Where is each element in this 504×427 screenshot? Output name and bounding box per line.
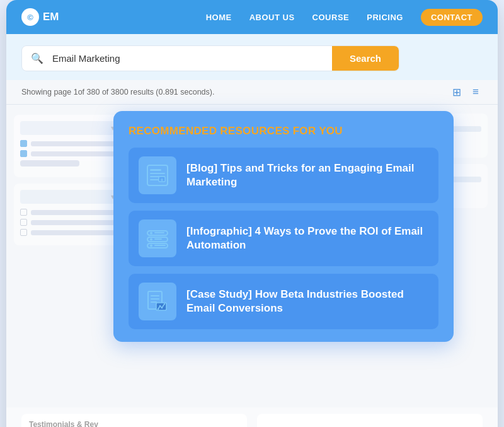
search-input[interactable] <box>50 47 332 70</box>
nav-about[interactable]: ABOUT US <box>249 13 295 22</box>
blog-label: [Blog] Tips and Tricks for an Engaging E… <box>186 161 428 189</box>
blog-icon <box>139 156 176 194</box>
logo-icon: © <box>21 8 39 26</box>
nav-course[interactable]: COURSE <box>312 13 350 22</box>
svg-point-23 <box>159 305 161 307</box>
logo-text: EM <box>43 11 59 23</box>
svg-rect-18 <box>151 295 159 296</box>
filter-line-1 <box>31 141 118 146</box>
filter-box-1: ▾ <box>14 115 125 177</box>
resource-item-infographic[interactable]: [Infographic] 4 Ways to Prove the ROI of… <box>129 211 438 266</box>
filter-check-1 <box>20 140 27 147</box>
grid-view-icon[interactable]: ⊞ <box>450 85 464 99</box>
bottom-section: Testimonials & Rev ★★★★★ Joseph Lee Fant… <box>6 407 498 427</box>
svg-rect-2 <box>150 173 165 174</box>
filter-check-5 <box>20 229 27 236</box>
search-button[interactable]: Search <box>332 46 399 71</box>
casestudy-icon <box>139 283 176 320</box>
svg-rect-16 <box>154 245 166 246</box>
nav-pricing[interactable]: PRICING <box>367 13 403 22</box>
social-card: This is a great email marketing tool! ♥ … <box>257 414 483 427</box>
results-bar: Showing page 1of 380 of 3800 results (0.… <box>6 80 498 105</box>
svg-point-24 <box>161 307 163 308</box>
filter-row-1 <box>20 160 79 167</box>
view-toggle: ⊞ ≡ <box>450 85 483 99</box>
results-text: Showing page 1of 380 of 3800 results (0.… <box>21 88 214 97</box>
svg-rect-0 <box>147 165 168 185</box>
filter-check-4 <box>20 219 27 226</box>
filter-line-5 <box>31 230 118 235</box>
resource-item-blog[interactable]: [Blog] Tips and Tricks for an Engaging E… <box>129 148 438 203</box>
svg-rect-19 <box>151 298 159 300</box>
infographic-icon <box>139 219 176 257</box>
overlay-title: RECOMMENDED RESOURCES FOR YOU <box>129 125 438 137</box>
filter-line-3 <box>31 210 118 215</box>
browser-frame: © EM HOME ABOUT US COURSE PRICING CONTAC… <box>6 0 498 427</box>
svg-point-15 <box>150 245 152 247</box>
filter-dropdown-1: ▾ <box>20 121 118 135</box>
svg-point-12 <box>150 238 152 241</box>
search-bar: 🔍 Search <box>21 45 399 71</box>
search-icon: 🔍 <box>22 52 50 64</box>
filter-line-2 <box>31 151 118 156</box>
filter-check-2 <box>20 150 27 157</box>
nav-contact-button[interactable]: CONTACT <box>421 9 483 26</box>
logo: © EM <box>21 8 59 26</box>
resource-item-casestudy[interactable]: [Case Study] How Beta Industries Boosted… <box>129 274 438 329</box>
infographic-label: [Infographic] 4 Ways to Prove the ROI of… <box>186 225 428 252</box>
svg-rect-20 <box>151 301 157 303</box>
navbar: © EM HOME ABOUT US COURSE PRICING CONTAC… <box>6 0 498 34</box>
testimonials-card: Testimonials & Rev ★★★★★ Joseph Lee Fant… <box>21 414 247 427</box>
testimonials-title: Testimonials & Rev <box>29 420 239 427</box>
nav-home[interactable]: HOME <box>206 13 232 22</box>
recommended-overlay: RECOMMENDED RESOURCES FOR YOU [Bl <box>113 111 454 342</box>
casestudy-label: [Case Study] How Beta Industries Boosted… <box>186 288 428 315</box>
svg-rect-1 <box>150 169 161 171</box>
filter-line-4 <box>31 220 118 225</box>
main-content: ▾ ▾ <box>6 105 498 407</box>
navbar-links: HOME ABOUT US COURSE PRICING CONTACT <box>206 9 483 26</box>
svg-point-22 <box>158 308 159 310</box>
svg-rect-13 <box>154 238 162 240</box>
filter-check-3 <box>20 209 27 216</box>
svg-point-9 <box>150 232 152 235</box>
svg-rect-10 <box>154 232 164 233</box>
filter-box-2: ▾ <box>14 184 125 245</box>
list-view-icon[interactable]: ≡ <box>469 85 483 99</box>
svg-point-25 <box>164 303 165 305</box>
filter-dropdown-2: ▾ <box>20 190 118 204</box>
search-area: 🔍 Search <box>6 34 498 80</box>
